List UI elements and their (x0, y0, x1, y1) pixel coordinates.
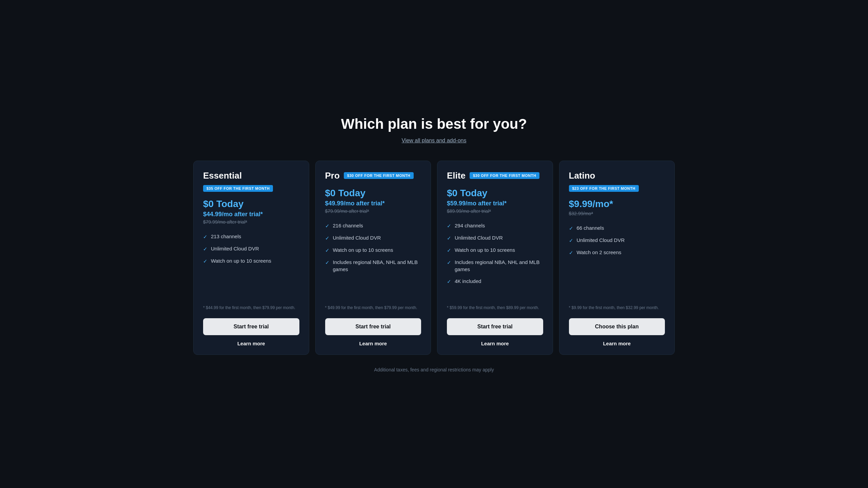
price-today-essential: $0 Today (203, 199, 299, 209)
check-icon: ✓ (203, 245, 208, 252)
list-item: ✓Unlimited Cloud DVR (203, 245, 299, 252)
cta-button-elite[interactable]: Start free trial (447, 318, 543, 335)
feature-text: 294 channels (455, 222, 485, 229)
feature-text: Watch on up to 10 screens (455, 246, 515, 253)
cta-button-pro[interactable]: Start free trial (325, 318, 421, 335)
list-item: ✓Unlimited Cloud DVR (325, 234, 421, 242)
check-icon: ✓ (203, 233, 208, 240)
list-item: ✓Unlimited Cloud DVR (447, 234, 543, 242)
plan-header-essential: Essential$35 OFF FOR THE FIRST MONTH (203, 170, 299, 192)
plan-footnote-latino: * $9.99 for the first month, then $32.99… (569, 305, 665, 311)
check-icon: ✓ (447, 235, 451, 242)
plan-footnote-essential: * $44.99 for the first month, then $79.9… (203, 305, 299, 311)
list-item: ✓Watch on up to 10 screens (325, 246, 421, 254)
cta-button-essential[interactable]: Start free trial (203, 318, 299, 335)
features-list-essential: ✓213 channels✓Unlimited Cloud DVR✓Watch … (203, 233, 299, 283)
price-strikethrough-essential: $79.99/mo after trial* (203, 219, 299, 225)
learn-more-link-elite[interactable]: Learn more (447, 341, 543, 346)
spacer (203, 291, 299, 305)
price-after-trial-essential: $44.99/mo after trial* (203, 211, 299, 218)
check-icon: ✓ (203, 258, 208, 265)
feature-text: Unlimited Cloud DVR (211, 245, 259, 252)
price-strikethrough-latino: $32.99/mo* (569, 211, 665, 216)
list-item: ✓Watch on 2 screens (569, 249, 665, 256)
list-item: ✓Unlimited Cloud DVR (569, 237, 665, 244)
check-icon: ✓ (569, 249, 573, 256)
learn-more-link-essential[interactable]: Learn more (203, 341, 299, 346)
feature-text: 216 channels (333, 222, 363, 229)
plans-grid: Essential$35 OFF FOR THE FIRST MONTH$0 T… (193, 161, 675, 355)
view-all-link[interactable]: View all plans and add-ons (402, 138, 467, 144)
price-strikethrough-elite: $89.99/mo after trial* (447, 208, 543, 214)
footer-note: Additional taxes, fees and regional rest… (374, 367, 494, 372)
list-item: ✓213 channels (203, 233, 299, 240)
feature-text: 213 channels (211, 233, 241, 240)
discount-badge-essential: $35 OFF FOR THE FIRST MONTH (203, 185, 273, 192)
plan-card-pro: Pro$30 OFF FOR THE FIRST MONTH$0 Today$4… (315, 161, 431, 355)
plan-name-latino: Latino (569, 170, 595, 181)
price-today-elite: $0 Today (447, 188, 543, 199)
plan-pricing-elite: $0 Today$59.99/mo after trial*$89.99/mo … (447, 188, 543, 214)
feature-text: Watch on up to 10 screens (211, 257, 271, 264)
list-item: ✓66 channels (569, 224, 665, 232)
plan-pricing-essential: $0 Today$44.99/mo after trial*$79.99/mo … (203, 199, 299, 225)
check-icon: ✓ (325, 235, 330, 242)
feature-text: Unlimited Cloud DVR (455, 234, 503, 241)
discount-badge-latino: $23 OFF FOR THE FIRST MONTH (569, 185, 639, 192)
discount-badge-elite: $30 OFF FOR THE FIRST MONTH (470, 172, 539, 179)
spacer (569, 287, 665, 305)
plan-header-latino: Latino$23 OFF FOR THE FIRST MONTH (569, 170, 665, 192)
cta-button-latino[interactable]: Choose this plan (569, 318, 665, 335)
page-title: Which plan is best for you? (341, 116, 527, 132)
plan-card-elite: Elite$30 OFF FOR THE FIRST MONTH$0 Today… (437, 161, 553, 355)
feature-text: Includes regional NBA, NHL and MLB games (333, 259, 421, 273)
learn-more-link-pro[interactable]: Learn more (325, 341, 421, 346)
plan-card-latino: Latino$23 OFF FOR THE FIRST MONTH$9.99/m… (559, 161, 675, 355)
spacer (447, 298, 543, 305)
check-icon: ✓ (325, 259, 330, 266)
list-item: ✓294 channels (447, 222, 543, 229)
feature-text: Watch on up to 10 screens (333, 246, 393, 253)
check-icon: ✓ (447, 222, 451, 229)
plan-card-essential: Essential$35 OFF FOR THE FIRST MONTH$0 T… (193, 161, 309, 355)
plan-name-essential: Essential (203, 170, 242, 181)
plan-name-pro: Pro (325, 170, 340, 181)
price-after-trial-elite: $59.99/mo after trial* (447, 200, 543, 207)
check-icon: ✓ (325, 247, 330, 254)
check-icon: ✓ (325, 222, 330, 229)
page-container: Which plan is best for you? View all pla… (190, 116, 678, 372)
list-item: ✓Watch on up to 10 screens (447, 246, 543, 254)
check-icon: ✓ (569, 237, 573, 244)
list-item: ✓Includes regional NBA, NHL and MLB game… (325, 259, 421, 273)
list-item: ✓4K included (447, 278, 543, 285)
plan-footnote-pro: * $49.99 for the first month, then $79.9… (325, 305, 421, 311)
plan-pricing-latino: $9.99/mo*$32.99/mo* (569, 199, 665, 216)
price-today-latino: $9.99/mo* (569, 199, 665, 209)
learn-more-link-latino[interactable]: Learn more (569, 341, 665, 346)
check-icon: ✓ (447, 278, 451, 285)
plan-pricing-pro: $0 Today$49.99/mo after trial*$79.99/mo … (325, 188, 421, 214)
plan-footnote-elite: * $59.99 for the first month, then $89.9… (447, 305, 543, 311)
feature-text: Watch on 2 screens (577, 249, 622, 256)
check-icon: ✓ (447, 247, 451, 254)
list-item: ✓Includes regional NBA, NHL and MLB game… (447, 259, 543, 273)
features-list-latino: ✓66 channels✓Unlimited Cloud DVR✓Watch o… (569, 224, 665, 279)
plan-header-elite: Elite$30 OFF FOR THE FIRST MONTH (447, 170, 543, 181)
price-today-pro: $0 Today (325, 188, 421, 199)
list-item: ✓216 channels (325, 222, 421, 229)
plan-header-pro: Pro$30 OFF FOR THE FIRST MONTH (325, 170, 421, 181)
feature-text: 66 channels (577, 224, 604, 231)
price-after-trial-pro: $49.99/mo after trial* (325, 200, 421, 207)
discount-badge-pro: $30 OFF FOR THE FIRST MONTH (344, 172, 414, 179)
feature-text: Unlimited Cloud DVR (333, 234, 381, 241)
feature-text: 4K included (455, 278, 481, 285)
spacer (325, 295, 421, 305)
check-icon: ✓ (569, 225, 573, 232)
feature-text: Includes regional NBA, NHL and MLB games (455, 259, 543, 273)
features-list-elite: ✓294 channels✓Unlimited Cloud DVR✓Watch … (447, 222, 543, 290)
plan-name-elite: Elite (447, 170, 466, 181)
price-strikethrough-pro: $79.99/mo after trial* (325, 208, 421, 214)
list-item: ✓Watch on up to 10 screens (203, 257, 299, 265)
features-list-pro: ✓216 channels✓Unlimited Cloud DVR✓Watch … (325, 222, 421, 287)
check-icon: ✓ (447, 259, 451, 266)
